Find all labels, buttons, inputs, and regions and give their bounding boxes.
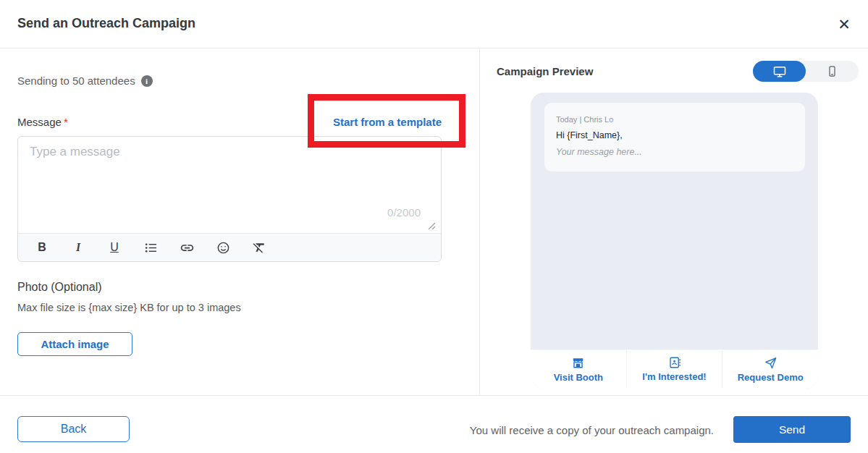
footer-divider [0,395,868,396]
close-icon[interactable]: ✕ [833,13,856,36]
italic-icon[interactable]: I [60,234,96,261]
im-interested-label: I'm Interested! [642,371,706,382]
desktop-icon [772,64,787,79]
message-label-row: Message* Start from a template [17,116,442,128]
mobile-view-button[interactable] [806,61,859,82]
campaign-preview-title: Campaign Preview [497,65,593,77]
underline-icon[interactable]: U [96,234,132,261]
request-demo-label: Request Demo [738,372,804,383]
info-icon[interactable]: i [141,75,153,87]
char-count: 0/2000 [387,206,421,219]
visit-booth-label: Visit Booth [554,372,603,383]
contact-card-icon [668,356,681,369]
visit-booth-action: Visit Booth [531,350,626,389]
bold-icon[interactable]: B [24,234,60,261]
panel-divider [479,48,480,395]
header-divider [0,48,868,48]
preview-meta: Today | Chris Lo [556,115,793,124]
campaign-preview-card: Today | Chris Lo Hi {First_Name}, Your m… [531,93,818,389]
sending-to-text: Sending to 50 attendees [17,75,135,87]
preview-device-toggle [753,61,859,82]
storefront-icon [571,356,585,370]
paper-plane-icon [764,356,778,370]
mobile-icon [826,65,838,77]
required-asterisk: * [64,116,68,128]
photo-size-hint: Max file size is {max size} KB for up to… [17,302,241,313]
resize-handle-icon[interactable] [426,221,437,231]
request-demo-action: Request Demo [722,350,818,389]
message-label-text: Message [17,116,62,128]
start-from-template-link[interactable]: Start from a template [333,116,442,128]
sending-to-row: Sending to 50 attendees i [17,75,153,87]
link-icon[interactable] [169,234,205,261]
copy-note: You will receive a copy of your outreach… [470,424,714,436]
clear-formatting-icon[interactable] [241,234,277,261]
preview-actions-bar: Visit Booth I'm Interested! Request Demo [531,350,818,389]
emoji-icon[interactable] [205,234,241,261]
preview-message-placeholder: Your message here... [556,147,793,157]
message-label: Message* [17,116,68,128]
preview-message-bubble: Today | Chris Lo Hi {First_Name}, Your m… [544,103,805,172]
send-button[interactable]: Send [733,416,851,443]
format-toolbar: B I U [18,233,441,261]
outreach-campaign-modal: Send an Outreach Campaign ✕ Sending to 5… [0,0,868,453]
attach-image-button[interactable]: Attach image [17,332,132,356]
desktop-view-button[interactable] [753,61,806,82]
message-editor: 0/2000 B I U [17,136,442,262]
page-title: Send an Outreach Campaign [17,16,195,31]
im-interested-action: I'm Interested! [626,350,722,389]
message-input[interactable] [18,137,441,234]
bullet-list-icon[interactable] [132,234,169,261]
preview-greeting: Hi {First_Name}, [556,130,793,140]
photo-section-label: Photo (Optional) [17,281,102,294]
back-button[interactable]: Back [17,416,130,442]
